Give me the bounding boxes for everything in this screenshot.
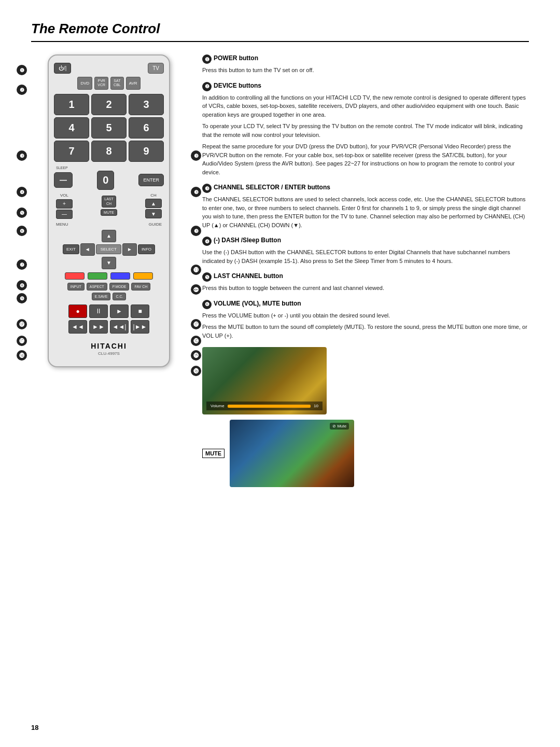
vol-plus-button[interactable]: + <box>56 199 73 209</box>
e-save-button[interactable]: E.SAVE <box>92 293 111 300</box>
stop-button[interactable]: ■ <box>131 305 149 318</box>
vol-section: VOL + — <box>56 193 73 219</box>
select-button[interactable]: SELECT <box>96 244 121 254</box>
desc-title-1: POWER button <box>214 54 258 62</box>
descriptions-column: ❶ POWER button Press this button to turn… <box>202 54 529 487</box>
desc-num-6: ❻ <box>202 300 212 309</box>
mute-icon-overlay: ⊘ Mute <box>330 423 349 430</box>
num-1-button[interactable]: 1 <box>54 94 89 115</box>
nav-down-button[interactable]: ▼ <box>102 257 116 269</box>
volume-overlay-value: 10 <box>314 404 318 408</box>
callout-label-3: ❸ <box>17 150 27 161</box>
callout-label-1: ❶ <box>17 65 27 75</box>
callout-label-11: ⓫ <box>191 265 201 275</box>
callout-label-12: ⓬ <box>17 319 27 329</box>
transport-row: ◄◄ ►► ◄◄| |►► <box>54 320 164 334</box>
next-button[interactable]: |►► <box>131 320 149 334</box>
num-7-button[interactable]: 7 <box>54 141 89 162</box>
pause-button[interactable]: II <box>89 305 108 318</box>
nav-left-button[interactable]: ◄ <box>80 243 95 256</box>
ch-up-button[interactable]: ▲ <box>145 199 162 208</box>
desc-title-5: LAST CHANNEL button <box>214 272 283 280</box>
num-8-button[interactable]: 8 <box>91 141 127 162</box>
input-button[interactable]: INPUT <box>67 283 85 290</box>
middle-btns: LAST CH MUTE <box>101 196 117 216</box>
fav-ch-button[interactable]: FAV CH <box>131 283 150 290</box>
desc-text-2: In addition to controlling all the funct… <box>202 93 529 177</box>
esave-row: E.SAVE C.C. <box>54 293 164 300</box>
last-ch-button[interactable]: LAST CH <box>102 196 116 208</box>
callout-label-2: ❷ <box>17 85 27 95</box>
num-9-button[interactable]: 9 <box>129 141 164 162</box>
main-layout: ❶ ❷ ❸ ❹ ❺ ❻ ❼ ❽ ❾ ⓬ ⓭ ⓮ ❸ ❸ ❸ ⓫ ⓾ ⓱ ⓰ ⓯ <box>31 54 529 487</box>
remote-wrapper: ❶ ❷ ❸ ❹ ❺ ❻ ❼ ❽ ❾ ⓬ ⓭ ⓮ ❸ ❸ ❸ ⓫ ⓾ ⓱ ⓰ ⓯ <box>31 54 187 367</box>
callout-label-16: ⓰ <box>191 336 201 346</box>
info-button[interactable]: INFO <box>138 244 155 254</box>
blue-button[interactable] <box>110 272 130 280</box>
num-5-button[interactable]: 5 <box>91 117 127 139</box>
rew-button[interactable]: ◄◄ <box>68 320 87 334</box>
desc-header-5: ❺ LAST CHANNEL button <box>202 272 529 282</box>
desc-header-6: ❻ VOLUME (VOL), MUTE button <box>202 300 529 309</box>
ff-button[interactable]: ►► <box>89 320 108 334</box>
sleep-label: SLEEP <box>56 166 164 170</box>
enter-button[interactable]: ENTER <box>138 174 164 186</box>
green-button[interactable] <box>88 272 107 280</box>
desc-num-2: ❷ <box>202 82 212 91</box>
nav-right-button[interactable]: ► <box>122 243 137 256</box>
vol-minus-button[interactable]: — <box>56 210 73 219</box>
desc-header-4: ❹ (-) DASH /Sleep Button <box>202 237 529 246</box>
callout-label-15: ⓯ <box>191 350 201 361</box>
vol-label: VOL <box>60 193 68 198</box>
ch-dn-button[interactable]: ▼ <box>145 209 162 218</box>
sat-cbl-button[interactable]: SAT CBL <box>110 77 124 90</box>
desc-text-4: Use the (-) DASH button with the CHANNEL… <box>202 248 529 265</box>
callout-label-5: ❺ <box>17 208 27 218</box>
cc-button[interactable]: C.C. <box>113 293 126 300</box>
sleep-row: — 0 ENTER <box>54 171 164 190</box>
nav-cluster: ▲ EXIT ◄ SELECT ► INFO ▼ <box>54 230 164 269</box>
desc-text-1: Press this button to turn the TV set on … <box>202 66 529 75</box>
callout-label-4: ❹ <box>17 187 27 197</box>
remote-column: ❶ ❷ ❸ ❹ ❺ ❻ ❼ ❽ ❾ ⓬ ⓭ ⓮ ❸ ❸ ❸ ⓫ ⓾ ⓱ ⓰ ⓯ <box>31 54 187 367</box>
num-4-button[interactable]: 4 <box>54 117 89 139</box>
avr-button[interactable]: AVR <box>126 77 141 90</box>
dash-button[interactable]: — <box>54 172 73 188</box>
num-6-button[interactable]: 6 <box>129 117 164 139</box>
exit-button[interactable]: EXIT <box>63 244 79 254</box>
callout-label-10: ⓾ <box>191 284 201 295</box>
page: The Remote Control ❶ ❷ ❸ ❹ ❺ ❻ ❼ ❽ ❾ ⓬ ⓭… <box>0 0 560 747</box>
tv-button[interactable]: TV <box>148 63 164 74</box>
volume-overlay: Volume 10 <box>206 402 323 410</box>
record-button[interactable]: ● <box>68 305 87 318</box>
num-3-button[interactable]: 3 <box>129 94 164 115</box>
desc-header-2: ❷ DEVICE buttons <box>202 82 529 91</box>
dvd-button[interactable]: DVD <box>77 77 92 90</box>
num-2-button[interactable]: 2 <box>91 94 127 115</box>
p-mode-button[interactable]: P.MODE <box>109 283 130 290</box>
power-button[interactable]: ⏻/| <box>54 63 71 74</box>
mute-screenshot: ⊘ Mute <box>230 420 354 487</box>
zero-button[interactable]: 0 <box>97 171 114 190</box>
volume-bar <box>228 405 311 408</box>
yellow-button[interactable] <box>133 272 153 280</box>
pvr-vcr-button[interactable]: PVR VCR <box>94 77 108 90</box>
red-button[interactable] <box>65 272 85 280</box>
callout-label-3d: ❸ <box>191 226 201 236</box>
device-row: DVD PVR VCR SAT CBL AVR <box>54 77 164 90</box>
prev-button[interactable]: ◄◄| <box>110 320 129 334</box>
desc-item-4: ❹ (-) DASH /Sleep Button Use the (-) DAS… <box>202 237 529 265</box>
desc-header-3: ❸ CHANNEL SELECTOR / ENTER buttons <box>202 184 529 193</box>
nav-up-button[interactable]: ▲ <box>102 230 116 242</box>
desc-item-5: ❺ LAST CHANNEL button Press this button … <box>202 272 529 293</box>
callout-label-7: ❼ <box>17 259 27 270</box>
play-button[interactable]: ► <box>110 305 129 318</box>
aspect-button[interactable]: ASPECT <box>87 283 107 290</box>
top-row: ⏻/| TV <box>54 63 164 74</box>
nav-top-row: ▲ <box>102 230 116 242</box>
callout-label-14: ⓮ <box>17 350 27 361</box>
sleep-row-wrapper: SLEEP — 0 ENTER <box>54 166 164 190</box>
menu-guide-row: MENU GUIDE <box>54 221 164 228</box>
callout-label-8: ❽ <box>17 280 27 290</box>
mute-button[interactable]: MUTE <box>101 209 117 216</box>
